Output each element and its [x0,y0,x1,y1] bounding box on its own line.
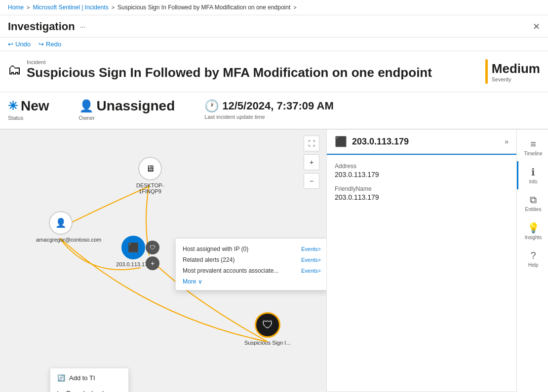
user-label: amacgregor@contoso.com [36,237,85,243]
breadcrumb-sentinel[interactable]: Microsoft Sentinel | Incidents [33,4,108,11]
field-label-address: Address [335,163,509,170]
status-icon: ✳ [8,99,18,113]
clock-icon: 🕐 [204,99,219,113]
owner-value: Unassigned [97,98,175,114]
sidebar-item-insights[interactable]: 💡 Insights [517,217,548,245]
right-panel-collapse-button[interactable]: » [505,138,509,145]
status-item-update: 🕐 12/5/2024, 7:37:09 AM Last incident up… [204,99,333,120]
zoom-in-button[interactable]: + [304,154,319,170]
popup-row-2: Most prevalent accounts associate... Eve… [183,265,321,276]
desktop-label: DESKTOP-1FINQP9 [125,182,175,194]
toolbar: ↩ Undo ↪ Redo [0,37,548,51]
undo-icon: ↩ [8,40,13,48]
redo-button[interactable]: ↪ Redo [39,40,61,48]
context-menu: 🔄 Add to TI ▶ Run playbook [50,368,129,392]
zoom-out-button[interactable]: − [304,173,319,189]
sidebar-item-timeline-label: Timeline [524,151,542,156]
main-area: 🖥 DESKTOP-1FINQP9 👤 amacgregor@contoso.c… [0,130,548,392]
run-playbook-item[interactable]: ▶ Run playbook [50,386,128,392]
node-desktop[interactable]: 🖥 DESKTOP-1FINQP9 [125,157,175,194]
run-playbook-icon: ▶ [57,390,62,392]
graph-buttons: ⛶ + − [304,136,319,189]
breadcrumb-incident: Suspicious Sign In Followed by MFA Modif… [117,4,290,11]
header-ellipsis[interactable]: ··· [80,23,86,31]
popup-row-0: Host assigned with IP (0) Events> [183,244,321,254]
field-label-friendlyname: FriendlyName [335,185,509,192]
right-panel-icon: ⬛ [335,136,347,147]
popup-row-0-link[interactable]: Events> [301,246,321,252]
status-item-status: ✳ New Status [8,98,49,121]
owner-label: Owner [79,115,175,121]
alert-label: Suspicious Sign I... [244,340,291,346]
ip-actions: 🛡 + [146,241,159,270]
popup-more-chevron: ∨ [198,278,202,285]
right-panel: ⬛ 203.0.113.179 » Address 203.0.113.179 … [326,130,516,392]
graph-area[interactable]: 🖥 DESKTOP-1FINQP9 👤 amacgregor@contoso.c… [0,130,326,392]
breadcrumb-sep3: > [293,4,296,10]
alert-icon: 🛡 [255,312,280,338]
close-button[interactable]: ✕ [533,21,540,32]
node-user[interactable]: 👤 amacgregor@contoso.com [36,211,85,243]
redo-icon: ↪ [39,40,44,48]
last-update-label: Last incident update time [204,114,333,120]
popup-card: Host assigned with IP (0) Events> Relate… [175,238,326,290]
right-panel-body: Address 203.0.113.179 FriendlyName 203.0… [327,155,516,392]
incident-label: Incident [27,59,432,65]
severity-value: Medium [492,61,540,76]
owner-icon: 👤 [79,99,94,113]
right-panel-header: ⬛ 203.0.113.179 » [327,130,516,154]
right-panel-title: 203.0.113.179 [352,137,500,147]
sidebar-item-insights-label: Insights [525,235,542,240]
breadcrumb-sep1: > [27,4,30,10]
sidebar-item-help[interactable]: ? Help [517,245,548,273]
field-value-address: 203.0.113.179 [335,171,509,178]
incident-bar: 🗂 Incident Suspicious Sign In Followed b… [0,51,548,92]
run-playbook-label: Run playbook [66,390,106,392]
breadcrumb-home[interactable]: Home [8,4,24,11]
breadcrumb: Home > Microsoft Sentinel | Incidents > … [0,0,548,15]
popup-row-1: Related alerts (224) Events> [183,254,321,265]
severity-bar [485,59,488,84]
last-update-value: 12/5/2024, 7:37:09 AM [222,100,333,112]
add-to-ti-item[interactable]: 🔄 Add to TI [50,370,128,386]
sidebar-item-info[interactable]: ℹ Info [517,161,548,189]
breadcrumb-sep2: > [112,4,115,10]
add-to-ti-icon: 🔄 [57,374,65,382]
timeline-icon: ≡ [530,139,536,150]
fullscreen-button[interactable]: ⛶ [304,136,319,151]
popup-row-2-link[interactable]: Events> [301,268,321,274]
status-label: Status [8,115,49,121]
popup-row-0-label: Host assigned with IP (0) [183,246,248,252]
incident-name: Suspicious Sign In Followed by MFA Modif… [27,65,432,80]
entities-icon: ⧉ [530,194,537,206]
status-row: ✳ New Status 👤 Unassigned Owner 🕐 12/5/2… [0,92,548,130]
popup-row-1-link[interactable]: Events> [301,257,321,263]
severity-label: Severity [492,76,540,82]
incident-icon: 🗂 [8,62,22,78]
field-value-friendlyname: 203.0.113.179 [335,193,509,201]
undo-label: Undo [15,40,31,48]
add-to-ti-label: Add to TI [69,374,95,382]
help-icon: ? [530,250,536,261]
sidebar-item-help-label: Help [528,262,539,268]
ip-icon: ⬛ [121,236,145,259]
sidebar-item-timeline[interactable]: ≡ Timeline [517,134,548,161]
info-icon: ℹ [531,166,535,178]
sidebar-item-entities[interactable]: ⧉ Entities [517,189,548,217]
popup-more[interactable]: More ∨ [183,278,321,285]
node-alert[interactable]: 🛡 Suspicious Sign I... [244,312,291,346]
desktop-icon: 🖥 [138,157,162,180]
popup-row-2-label: Most prevalent accounts associate... [183,267,278,274]
insights-icon: 💡 [527,222,540,234]
sidebar: ≡ Timeline ℹ Info ⧉ Entities 💡 Insights … [516,130,548,392]
status-value: New [21,98,49,114]
page-title: Investigation [8,20,75,33]
sidebar-item-info-label: Info [529,179,538,184]
user-icon: 👤 [49,211,73,235]
sidebar-item-entities-label: Entities [525,207,542,212]
severity-section: Medium Severity [485,59,540,84]
undo-button[interactable]: ↩ Undo [8,40,31,48]
page-header: Investigation ··· ✕ [0,15,548,37]
popup-more-label: More [183,278,196,285]
redo-label: Redo [46,40,61,48]
